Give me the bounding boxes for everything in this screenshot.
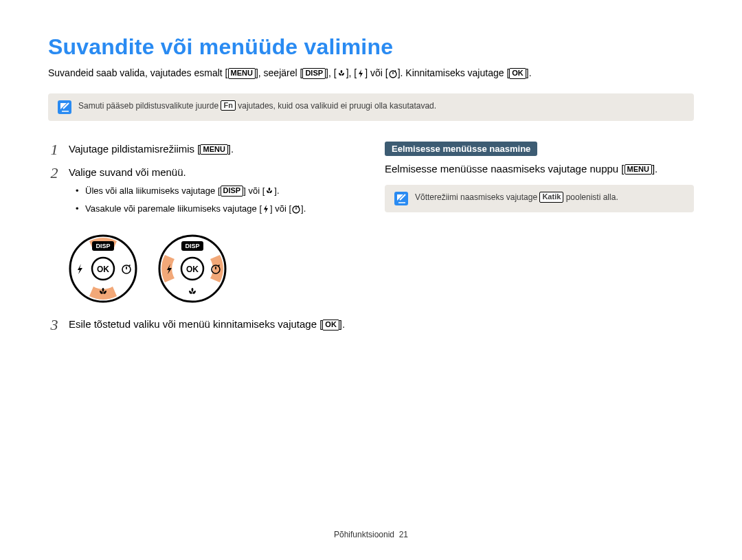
step-text: Valige suvand või menüü. bbox=[69, 166, 186, 178]
intro-text: ]. Kinnitamiseks vajutage [ bbox=[398, 67, 510, 78]
menu-key-label: MENU bbox=[228, 68, 256, 79]
sub-text: ]. bbox=[301, 203, 306, 214]
footer-page-number: 21 bbox=[399, 530, 408, 539]
timer-icon bbox=[388, 69, 398, 82]
sub-text: Vasakule või paremale liikumiseks vajuta… bbox=[85, 203, 262, 214]
intro-text: ], [ bbox=[346, 67, 357, 78]
sub-text: ]. bbox=[274, 186, 279, 196]
intro-text: ], [ bbox=[326, 67, 337, 78]
sub-item: Vasakule või paremale liikumiseks vajuta… bbox=[78, 202, 306, 218]
dial-illustrations: OK DISP bbox=[69, 234, 357, 303]
step-3: 3 Esile tõstetud valiku või menüü kinnit… bbox=[48, 317, 357, 333]
menu-key-label: MENU bbox=[200, 144, 227, 155]
flash-icon bbox=[262, 204, 270, 218]
note-text: Võtterežiimi naasmiseks vajutage Katik p… bbox=[415, 192, 618, 203]
note-text: Samuti pääseb pildistusvalikute juurde F… bbox=[78, 100, 436, 112]
svg-text:DISP: DISP bbox=[95, 243, 110, 249]
right-text-part: Eelmisesse menüüsse naasmiseks vajutage … bbox=[385, 163, 625, 175]
step-text: ]. bbox=[228, 143, 234, 155]
note-text-part: vajutades, kuid osa valikuid ei pruugi o… bbox=[236, 101, 436, 111]
step-1: 1 Vajutage pildistamisrežiimis [MENU]. bbox=[48, 142, 357, 158]
intro-text: ] või [ bbox=[365, 67, 387, 78]
step-number: 1 bbox=[48, 142, 60, 158]
step-text: Esile tõstetud valiku või menüü kinnitam… bbox=[69, 318, 322, 330]
note-text-part: Samuti pääseb pildistusvalikute juurde bbox=[78, 101, 221, 111]
step-2: 2 Valige suvand või menüü. Üles või alla… bbox=[48, 165, 357, 225]
sub-text: ] või [ bbox=[243, 186, 265, 196]
step-number: 2 bbox=[48, 165, 60, 225]
disp-key-label: DISP bbox=[302, 68, 326, 79]
macro-icon bbox=[337, 69, 346, 82]
left-column: 1 Vajutage pildistamisrežiimis [MENU]. 2… bbox=[48, 142, 357, 341]
right-column: Eelmisesse menüüsse naasmine Eelmisesse … bbox=[385, 142, 694, 341]
flash-icon bbox=[357, 69, 365, 82]
menu-key-label: MENU bbox=[625, 164, 652, 175]
page-title: Suvandite või menüüde valimine bbox=[48, 34, 694, 60]
step-text: ]. bbox=[339, 318, 345, 330]
timer-icon bbox=[291, 204, 301, 218]
intro-text: ], seejärel [ bbox=[256, 67, 302, 78]
note-icon bbox=[58, 100, 71, 114]
svg-text:DISP: DISP bbox=[185, 243, 199, 249]
ok-key-label: OK bbox=[509, 68, 526, 79]
page-footer: Põhifunktsioonid 21 bbox=[0, 530, 742, 539]
note-box: Samuti pääseb pildistusvalikute juurde F… bbox=[48, 93, 694, 121]
sub-text: ] või [ bbox=[270, 203, 291, 214]
right-text-part: ]. bbox=[652, 163, 657, 175]
note-box: Võtterežiimi naasmiseks vajutage Katik p… bbox=[385, 185, 694, 212]
sub-item: Üles või alla liikumiseks vajutage [DISP… bbox=[78, 184, 306, 200]
shutter-key-label: Katik bbox=[539, 192, 563, 203]
footer-section: Põhifunktsioonid bbox=[334, 530, 394, 539]
note-text-part: Võtterežiimi naasmiseks vajutage bbox=[415, 192, 539, 202]
dial-horizontal: OK DISP bbox=[158, 234, 227, 303]
note-text-part: poolenisti alla. bbox=[563, 192, 618, 202]
macro-icon bbox=[265, 186, 274, 200]
fn-key-label: Fn bbox=[221, 100, 235, 111]
subheading: Eelmisesse menüüsse naasmine bbox=[385, 142, 537, 156]
note-icon bbox=[394, 192, 408, 205]
svg-text:OK: OK bbox=[186, 265, 199, 274]
step-text: Vajutage pildistamisrežiimis [ bbox=[69, 143, 200, 155]
dial-vertical: OK DISP bbox=[69, 234, 137, 303]
intro-text: ]. bbox=[526, 67, 532, 78]
right-paragraph: Eelmisesse menüüsse naasmiseks vajutage … bbox=[385, 161, 694, 177]
sub-text: Üles või alla liikumiseks vajutage [ bbox=[85, 186, 221, 196]
ok-key-label: OK bbox=[322, 320, 339, 331]
disp-key-label: DISP bbox=[221, 186, 244, 197]
intro-paragraph: Suvandeid saab valida, vajutades esmalt … bbox=[48, 67, 694, 82]
step-number: 3 bbox=[48, 317, 60, 333]
intro-text: Suvandeid saab valida, vajutades esmalt … bbox=[48, 67, 228, 78]
ok-label: OK bbox=[97, 265, 109, 274]
